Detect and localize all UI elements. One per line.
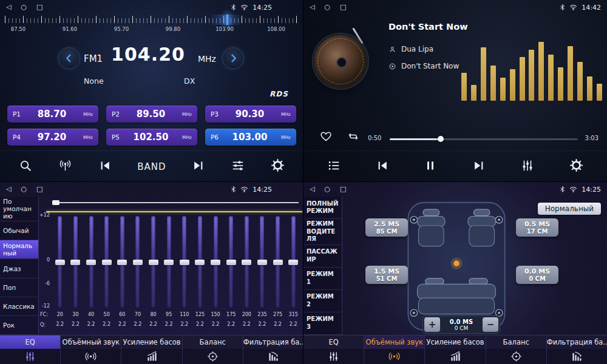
- next-track-button[interactable]: [472, 159, 486, 175]
- mode-item-passenger[interactable]: ПАССАЖИР: [304, 245, 342, 268]
- frequency-ruler[interactable]: 87.50 91.60 95.70 99.80 103.90 108.00: [0, 15, 304, 36]
- band-button[interactable]: BAND: [137, 161, 166, 172]
- home-icon[interactable]: ○: [324, 182, 330, 197]
- eq-band-handle[interactable]: [55, 260, 65, 265]
- eq-band-handle[interactable]: [180, 260, 189, 265]
- sound-profile-button[interactable]: Нормальный: [538, 203, 601, 215]
- tune-up-button[interactable]: [222, 47, 244, 69]
- back-icon[interactable]: ◁: [310, 182, 314, 197]
- eq-preset-item[interactable]: Рок: [0, 316, 38, 335]
- progress-bar[interactable]: [390, 138, 578, 140]
- tab-filter[interactable]: Фильтрация ба...: [547, 335, 607, 364]
- listener-position-dot[interactable]: [453, 261, 459, 266]
- back-icon[interactable]: ◁: [6, 182, 11, 197]
- eq-band-slider[interactable]: [151, 216, 155, 308]
- recents-icon[interactable]: □: [340, 0, 346, 15]
- play-pause-button[interactable]: [424, 160, 436, 174]
- previous-station-button[interactable]: [98, 159, 112, 175]
- mode-item-1[interactable]: РЕЖИМ 1: [304, 268, 342, 290]
- eq-band-handle[interactable]: [117, 260, 127, 265]
- eq-band-slider[interactable]: [214, 216, 218, 308]
- eq-top-rail-handle[interactable]: [52, 200, 59, 205]
- eq-preset-item[interactable]: Классика: [0, 297, 38, 316]
- favorite-button[interactable]: [319, 130, 333, 146]
- eq-band-handle[interactable]: [164, 260, 174, 265]
- previous-track-button[interactable]: [376, 159, 389, 175]
- eq-preset-item[interactable]: Джаз: [0, 259, 38, 278]
- eq-top-rail[interactable]: [53, 202, 299, 203]
- eq-band-handle[interactable]: [211, 260, 220, 265]
- tab-bass-boost[interactable]: Усиление басов: [425, 335, 486, 364]
- equalizer-button[interactable]: [521, 159, 534, 175]
- eq-band-slider[interactable]: [276, 216, 280, 308]
- delay-rear-left[interactable]: 1.5 MS51 CM: [365, 266, 408, 284]
- eq-band-slider[interactable]: [73, 216, 78, 308]
- eq-band-slider[interactable]: [58, 216, 62, 308]
- tab-balance[interactable]: Баланс: [486, 335, 547, 364]
- preset-p3[interactable]: P390.30MHz: [205, 106, 296, 123]
- eq-band-handle[interactable]: [149, 260, 158, 265]
- progress-knob[interactable]: [438, 136, 444, 142]
- eq-band-slider[interactable]: [182, 216, 186, 308]
- eq-band-slider[interactable]: [260, 216, 264, 308]
- mode-item-3[interactable]: РЕЖИМ 3: [304, 312, 342, 335]
- tab-surround-sound[interactable]: Объёмный звук: [61, 335, 121, 364]
- home-icon[interactable]: ○: [21, 0, 27, 15]
- home-icon[interactable]: ○: [21, 182, 27, 197]
- recents-icon[interactable]: □: [36, 0, 42, 15]
- tab-eq[interactable]: EQ: [304, 335, 364, 364]
- mode-item-2[interactable]: РЕЖИМ 2: [304, 290, 342, 312]
- eq-band-handle[interactable]: [226, 260, 236, 265]
- eq-band-handle[interactable]: [133, 260, 143, 265]
- eq-preset-item[interactable]: Обычай: [0, 221, 38, 240]
- recents-icon[interactable]: □: [340, 182, 346, 197]
- preset-p5[interactable]: P5102.50MHz: [106, 129, 197, 146]
- tab-balance[interactable]: Баланс: [183, 335, 243, 364]
- delay-rear-right[interactable]: 0.0 MS0 CM: [516, 266, 558, 284]
- eq-band-slider[interactable]: [291, 216, 296, 308]
- mode-item-full[interactable]: ПОЛНЫЙ РЕЖИМ: [304, 197, 342, 219]
- tab-surround-sound[interactable]: Объёмный звук: [364, 335, 425, 364]
- eq-band-handle[interactable]: [257, 260, 267, 265]
- eq-band-slider[interactable]: [104, 216, 109, 308]
- eq-preset-item[interactable]: Нормальный: [0, 240, 38, 259]
- eq-band-slider[interactable]: [245, 216, 249, 308]
- eq-band-handle[interactable]: [242, 260, 251, 265]
- repeat-button[interactable]: [347, 130, 359, 145]
- eq-band-slider[interactable]: [229, 216, 233, 308]
- tab-filter[interactable]: Фильтрация ба...: [243, 335, 304, 364]
- settings-button[interactable]: [569, 158, 583, 175]
- delay-increase-button[interactable]: +: [424, 317, 440, 332]
- delay-front-left[interactable]: 2.5 MS85 CM: [365, 218, 408, 237]
- back-icon[interactable]: ◁: [6, 0, 11, 15]
- tab-bass-boost[interactable]: Усиление басов: [121, 335, 182, 364]
- eq-band-handle[interactable]: [102, 260, 112, 265]
- next-station-button[interactable]: [192, 159, 205, 175]
- tuner-settings-button[interactable]: [231, 159, 245, 175]
- playlist-button[interactable]: [327, 159, 341, 175]
- preset-p4[interactable]: P497.20MHz: [7, 129, 98, 146]
- recents-icon[interactable]: □: [36, 182, 42, 197]
- eq-band-slider[interactable]: [198, 216, 202, 308]
- eq-band-handle[interactable]: [195, 260, 205, 265]
- eq-band-handle[interactable]: [86, 260, 96, 265]
- preset-p6[interactable]: P6103.00MHz: [205, 129, 296, 146]
- eq-band-slider[interactable]: [89, 216, 93, 308]
- preset-p1[interactable]: P188.70MHz: [7, 106, 98, 123]
- mode-item-driver[interactable]: РЕЖИМ ВОДИТЕЛЯ: [304, 219, 342, 245]
- back-icon[interactable]: ◁: [310, 0, 314, 15]
- eq-band-handle[interactable]: [273, 260, 283, 265]
- tune-down-button[interactable]: [58, 47, 80, 69]
- eq-band-slider[interactable]: [120, 216, 124, 308]
- home-icon[interactable]: ○: [324, 0, 330, 15]
- eq-preset-item[interactable]: Поп: [0, 278, 38, 297]
- preset-p2[interactable]: P289.50MHz: [106, 106, 197, 123]
- auto-tune-button[interactable]: [58, 158, 72, 175]
- scan-button[interactable]: [19, 159, 32, 175]
- settings-button[interactable]: [271, 158, 285, 175]
- delay-decrease-button[interactable]: −: [483, 317, 498, 332]
- eq-preset-item[interactable]: По умолчанию: [0, 197, 38, 221]
- eq-band-slider[interactable]: [167, 216, 171, 308]
- eq-band-slider[interactable]: [135, 216, 140, 308]
- eq-band-handle[interactable]: [288, 260, 298, 265]
